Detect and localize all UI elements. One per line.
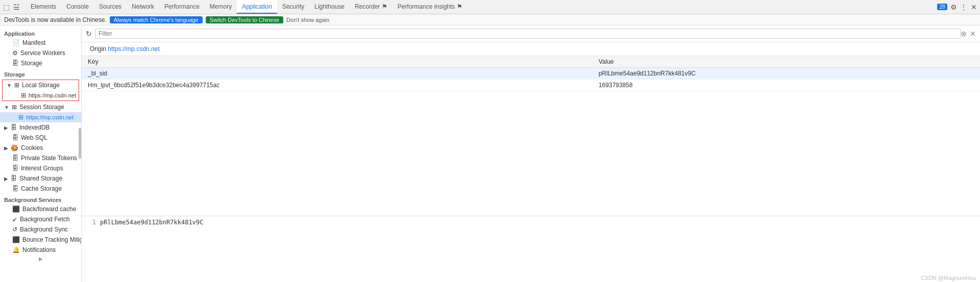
- filter-cancel-icon[interactable]: ✕: [970, 30, 976, 38]
- notification-bar: DevTools is now available in Chinese. Al…: [0, 14, 980, 25]
- settings-icon[interactable]: ⚙: [949, 3, 958, 11]
- watermark: CSDN @MagnumHou: [921, 275, 976, 281]
- content-area: ↻ ⊗ ✕ Origin https://mp.csdn.net Key Val…: [82, 25, 980, 282]
- sidebar-item-interest-groups[interactable]: 🗄 Interest Groups: [0, 163, 81, 173]
- data-table-wrap: Key Value _bl_sidpRlLbme54ae9d112bnR7kk4…: [82, 56, 980, 216]
- sidebar-item-local-storage-url[interactable]: ⊞ https://mp.csdn.net: [3, 90, 79, 100]
- storage-table: Key Value _bl_sidpRlLbme54ae9d112bnR7kk4…: [82, 56, 980, 91]
- sidebar-scrollbar[interactable]: [79, 128, 81, 159]
- tab-application[interactable]: Application: [237, 0, 277, 14]
- sidebar-item-indexeddb[interactable]: ▶ 🗄 IndexedDB: [0, 122, 81, 133]
- section-application: Application: [0, 28, 81, 38]
- issues-badge[interactable]: 28: [937, 4, 947, 10]
- sidebar-item-session-storage-url[interactable]: ⊞ https://mp.csdn.net: [0, 112, 81, 122]
- chevron-right-icon-idb: ▶: [4, 125, 8, 131]
- local-storage-url-icon: ⊞: [21, 92, 26, 99]
- tab-lighthouse[interactable]: Lighthouse: [309, 0, 350, 14]
- cell-key: _bl_sid: [82, 68, 593, 80]
- sidebar-item-session-storage[interactable]: ▼ ⊞ Session Storage: [0, 102, 81, 112]
- device-icon[interactable]: ☱: [12, 3, 20, 11]
- cache-storage-icon: 🗄: [12, 185, 18, 192]
- tab-nav: Elements Console Sources Network Perform…: [26, 0, 934, 14]
- pointer-icon[interactable]: ⬚: [2, 3, 10, 11]
- back-forward-icon: ⬛: [12, 206, 20, 213]
- table-row[interactable]: _bl_sidpRlLbme54ae9d112bnR7kk481v9C: [82, 68, 980, 80]
- filter-bar: ↻ ⊗ ✕: [82, 25, 980, 42]
- origin-url: https://mp.csdn.net: [108, 45, 159, 53]
- col-key-header: Key: [82, 56, 593, 68]
- sidebar: Application 📄 Manifest ⚙ Service Workers…: [0, 25, 82, 282]
- tab-console[interactable]: Console: [61, 0, 94, 14]
- sidebar-item-shared-storage[interactable]: ▶ 🗄 Shared Storage: [0, 173, 81, 184]
- main-layout: Application 📄 Manifest ⚙ Service Workers…: [0, 25, 980, 282]
- notifications-icon: 🔔: [12, 246, 20, 253]
- sidebar-item-cache-storage[interactable]: 🗄 Cache Storage: [0, 184, 81, 194]
- interest-groups-icon: 🗄: [12, 165, 18, 172]
- bounce-icon: ⬛: [12, 236, 20, 243]
- always-match-btn[interactable]: Always match Chrome's language: [110, 16, 203, 23]
- cell-key: Hm_lpvt_6bcd52f51e9b3dce32bec4a3997715ac: [82, 80, 593, 91]
- sidebar-item-notifications[interactable]: 🔔 Notifications: [0, 245, 81, 255]
- cell-value: pRlLbme54ae9d112bnR7kk481v9C: [593, 68, 980, 80]
- shared-storage-icon: 🗄: [11, 175, 17, 182]
- tab-network[interactable]: Network: [127, 0, 159, 14]
- tab-performance[interactable]: Performance: [159, 0, 205, 14]
- private-state-icon: 🗄: [12, 155, 18, 162]
- col-value-header: Value: [593, 56, 980, 68]
- chevron-down-icon: ▼: [7, 83, 12, 88]
- notif-text: DevTools is now available in Chinese.: [4, 16, 107, 23]
- bg-sync-icon: ↺: [12, 226, 17, 233]
- sidebar-item-manifest[interactable]: 📄 Manifest: [0, 38, 81, 48]
- origin-label: Origin: [90, 45, 106, 53]
- sidebar-item-local-storage[interactable]: ▼ ⊞ Local Storage: [3, 80, 79, 90]
- sidebar-item-back-forward[interactable]: ⬛ Back/forward cache: [0, 204, 81, 214]
- top-right-icons: 28 ⚙ ⋮ ✕: [937, 3, 978, 11]
- filter-clear-icon[interactable]: ⊗: [961, 30, 967, 38]
- sidebar-item-bg-sync[interactable]: ↺ Background Sync: [0, 224, 81, 235]
- table-row[interactable]: Hm_lpvt_6bcd52f51e9b3dce32bec4a3997715ac…: [82, 80, 980, 91]
- close-icon[interactable]: ✕: [970, 3, 978, 11]
- service-workers-icon: ⚙: [12, 49, 18, 57]
- tab-memory[interactable]: Memory: [205, 0, 237, 14]
- chevron-right-icon-shared: ▶: [4, 176, 8, 182]
- sidebar-item-bounce[interactable]: ⬛ Bounce Tracking Mitigatic: [0, 235, 81, 245]
- origin-bar: Origin https://mp.csdn.net: [82, 42, 980, 56]
- section-background-services: Background Services: [0, 194, 81, 204]
- switch-devtools-btn[interactable]: Switch DevTools to Chinese: [206, 16, 283, 23]
- top-bar: ⬚ ☱ Elements Console Sources Network Per…: [0, 0, 980, 14]
- more-icon[interactable]: ⋮: [960, 3, 968, 11]
- preview-line-1: 1 pRlLbme54ae9d112bnR7kk481v9C: [82, 218, 980, 226]
- section-storage: Storage: [0, 68, 81, 79]
- session-storage-url-icon: ⊞: [18, 114, 23, 121]
- cookies-icon: 🍪: [11, 144, 18, 151]
- sidebar-item-websql[interactable]: 🗄 Web SQL: [0, 133, 81, 143]
- indexeddb-icon: 🗄: [11, 124, 17, 131]
- tab-performance-insights[interactable]: Performance insights ⚑: [393, 0, 468, 14]
- bg-fetch-icon: ↙: [12, 216, 17, 223]
- sidebar-item-bg-fetch[interactable]: ↙ Background Fetch: [0, 214, 81, 224]
- tab-security[interactable]: Security: [277, 0, 309, 14]
- line-content: pRlLbme54ae9d112bnR7kk481v9C: [100, 219, 203, 226]
- storage-icon: 🗄: [12, 60, 18, 67]
- filter-input[interactable]: [95, 29, 961, 39]
- tab-sources[interactable]: Sources: [94, 0, 127, 14]
- refresh-icon[interactable]: ↻: [86, 30, 92, 38]
- tab-recorder[interactable]: Recorder ⚑: [350, 0, 393, 14]
- sidebar-item-service-workers[interactable]: ⚙ Service Workers: [0, 48, 81, 58]
- tab-elements[interactable]: Elements: [26, 0, 61, 14]
- websql-icon: 🗄: [12, 134, 18, 141]
- sidebar-item-cookies[interactable]: ▶ 🍪 Cookies: [0, 143, 81, 153]
- preview-area: 1 pRlLbme54ae9d112bnR7kk481v9C: [82, 216, 980, 282]
- sidebar-item-storage[interactable]: 🗄 Storage: [0, 58, 81, 68]
- chevron-down-icon-session: ▼: [4, 105, 9, 110]
- sidebar-item-private-state-tokens[interactable]: 🗄 Private State Tokens: [0, 153, 81, 163]
- filter-input-wrap: ⊗: [95, 29, 967, 39]
- line-number: 1: [86, 219, 96, 226]
- local-storage-db-icon: ⊞: [14, 82, 19, 89]
- dont-show-link[interactable]: Don't show again: [286, 17, 329, 23]
- manifest-icon: 📄: [12, 39, 20, 46]
- chevron-right-icon-cookies: ▶: [4, 145, 8, 151]
- top-bar-icons: ⬚ ☱: [2, 3, 20, 11]
- session-storage-db-icon: ⊞: [12, 104, 17, 111]
- cell-value: 1693793858: [593, 80, 980, 91]
